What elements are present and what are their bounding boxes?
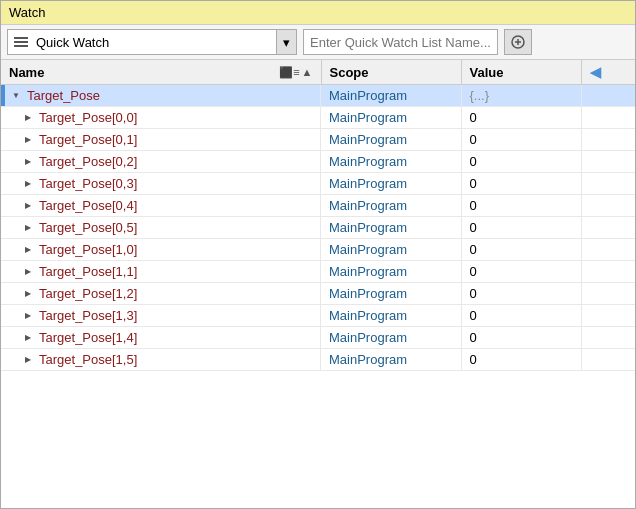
table-body: ▼Target_PoseMainProgram{...}▶Target_Pose… (1, 85, 635, 371)
name-cell: ▶Target_Pose[0,2] (1, 151, 321, 172)
extra-cell (581, 173, 635, 195)
extra-cell (581, 283, 635, 305)
name-cell: ▶Target_Pose[0,0] (1, 107, 321, 128)
column-header-scope: Scope (321, 60, 461, 85)
chevron-down-icon: ▾ (283, 35, 290, 50)
dropdown-arrow[interactable]: ▾ (276, 30, 296, 54)
scope-cell: MainProgram (321, 239, 461, 261)
row-name-text: Target_Pose[0,0] (39, 110, 137, 125)
extra-cell (581, 85, 635, 107)
name-cell: ▶Target_Pose[0,1] (1, 129, 321, 150)
value-cell: 0 (461, 217, 581, 239)
expand-icon[interactable]: ▶ (21, 287, 35, 301)
table-row[interactable]: ▶Target_Pose[0,3]MainProgram0 (1, 173, 635, 195)
extra-cell (581, 349, 635, 371)
expand-icon[interactable]: ▶ (21, 111, 35, 125)
value-cell: {...} (461, 85, 581, 107)
extra-cell (581, 195, 635, 217)
table-row[interactable]: ▶Target_Pose[1,2]MainProgram0 (1, 283, 635, 305)
title-bar: Watch (1, 1, 635, 25)
value-cell: 0 (461, 173, 581, 195)
scope-cell: MainProgram (321, 261, 461, 283)
extra-cell (581, 327, 635, 349)
scope-cell: MainProgram (321, 107, 461, 129)
row-name-text: Target_Pose[1,4] (39, 330, 137, 345)
value-cell: 0 (461, 327, 581, 349)
expand-icon[interactable]: ▶ (21, 353, 35, 367)
table-row[interactable]: ▼Target_PoseMainProgram{...} (1, 85, 635, 107)
row-name-text: Target_Pose[0,2] (39, 154, 137, 169)
name-cell: ▼Target_Pose (1, 85, 321, 106)
value-cell: 0 (461, 283, 581, 305)
expand-icon[interactable]: ▶ (21, 177, 35, 191)
row-name-text: Target_Pose[0,4] (39, 198, 137, 213)
table-row[interactable]: ▶Target_Pose[1,5]MainProgram0 (1, 349, 635, 371)
column-header-value: Value (461, 60, 581, 85)
table-row[interactable]: ▶Target_Pose[0,2]MainProgram0 (1, 151, 635, 173)
name-cell: ▶Target_Pose[1,3] (1, 305, 321, 326)
table-row[interactable]: ▶Target_Pose[1,0]MainProgram0 (1, 239, 635, 261)
table-row[interactable]: ▶Target_Pose[0,1]MainProgram0 (1, 129, 635, 151)
expand-icon[interactable]: ▼ (9, 89, 23, 103)
scope-cell: MainProgram (321, 195, 461, 217)
extra-cell (581, 107, 635, 129)
row-name-text: Target_Pose[1,3] (39, 308, 137, 323)
svg-rect-2 (14, 45, 28, 47)
name-cell: ▶Target_Pose[0,4] (1, 195, 321, 216)
row-name-text: Target_Pose[1,2] (39, 286, 137, 301)
extra-cell (581, 129, 635, 151)
row-name-text: Target_Pose[1,5] (39, 352, 137, 367)
expand-icon[interactable]: ▶ (21, 199, 35, 213)
scope-cell: MainProgram (321, 349, 461, 371)
value-cell: 0 (461, 107, 581, 129)
table-row[interactable]: ▶Target_Pose[1,1]MainProgram0 (1, 261, 635, 283)
name-cell: ▶Target_Pose[1,4] (1, 327, 321, 348)
extra-cell (581, 261, 635, 283)
expand-icon[interactable]: ▶ (21, 133, 35, 147)
window-title: Watch (9, 5, 45, 20)
watch-name-input[interactable] (303, 29, 498, 55)
table-row[interactable]: ▶Target_Pose[1,3]MainProgram0 (1, 305, 635, 327)
extra-cell (581, 239, 635, 261)
scope-cell: MainProgram (321, 305, 461, 327)
row-name-text: Target_Pose[1,1] (39, 264, 137, 279)
row-name-text: Target_Pose[0,5] (39, 220, 137, 235)
name-cell: ▶Target_Pose[1,5] (1, 349, 321, 370)
scope-cell: MainProgram (321, 129, 461, 151)
extra-col-icon: ◀ (590, 64, 601, 80)
watch-dropdown-label: Quick Watch (32, 35, 276, 50)
svg-rect-1 (14, 41, 28, 43)
value-cell: 0 (461, 261, 581, 283)
watch-window: Watch Quick Watch ▾ (0, 0, 636, 509)
expand-icon[interactable]: ▶ (21, 155, 35, 169)
expand-icon[interactable]: ▶ (21, 243, 35, 257)
table-row[interactable]: ▶Target_Pose[1,4]MainProgram0 (1, 327, 635, 349)
expand-icon[interactable]: ▶ (21, 221, 35, 235)
expand-icon[interactable]: ▶ (21, 265, 35, 279)
add-watch-button[interactable] (504, 29, 532, 55)
value-cell: 0 (461, 305, 581, 327)
scope-cell: MainProgram (321, 217, 461, 239)
table-row[interactable]: ▶Target_Pose[0,0]MainProgram0 (1, 107, 635, 129)
expand-icon[interactable]: ▶ (21, 331, 35, 345)
value-cell: 0 (461, 195, 581, 217)
value-cell: 0 (461, 349, 581, 371)
name-col-sort-icons[interactable]: ⬛≡ ▲ (279, 66, 312, 79)
row-selection-indicator (1, 85, 5, 106)
expand-icon[interactable]: ▶ (21, 309, 35, 323)
name-cell: ▶Target_Pose[1,0] (1, 239, 321, 260)
scope-cell: MainProgram (321, 85, 461, 107)
table-row[interactable]: ▶Target_Pose[0,5]MainProgram0 (1, 217, 635, 239)
value-cell: 0 (461, 239, 581, 261)
watch-dropdown[interactable]: Quick Watch ▾ (7, 29, 297, 55)
table-row[interactable]: ▶Target_Pose[0,4]MainProgram0 (1, 195, 635, 217)
column-header-name: Name ⬛≡ ▲ (1, 60, 321, 85)
add-icon (510, 34, 526, 50)
scope-cell: MainProgram (321, 173, 461, 195)
extra-cell (581, 151, 635, 173)
row-name-text: Target_Pose[1,0] (39, 242, 137, 257)
scope-cell: MainProgram (321, 283, 461, 305)
watch-table-container: Name ⬛≡ ▲ Scope Value ◀ (1, 60, 635, 508)
svg-rect-0 (14, 37, 28, 39)
column-header-extra: ◀ (581, 60, 635, 85)
